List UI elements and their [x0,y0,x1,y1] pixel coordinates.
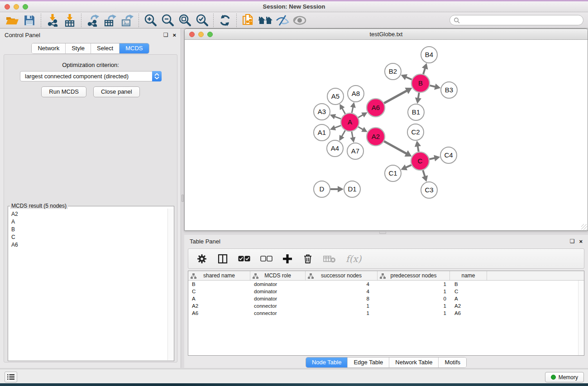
homes-icon[interactable] [257,13,274,28]
graph-edge-A-A7[interactable] [352,132,353,138]
refresh-icon[interactable] [216,13,234,28]
import-network-icon[interactable] [44,13,61,28]
table-row[interactable]: Cdominator41C [188,288,584,295]
eye-icon[interactable] [291,13,308,28]
task-history-button[interactable] [5,372,17,382]
graph-edge-arrowhead [350,102,356,108]
delete-column-trash-icon[interactable] [302,253,313,264]
column-header-successor-nodes[interactable]: successor nodes [306,271,378,280]
table-cell: dominator [250,295,306,302]
column-header-MCDS-role[interactable]: MCDS role [250,271,306,280]
network-canvas[interactable]: B4B2BB3A8A5A6A3B1AC2A1A2A4A7C4CC1DD1C3 [185,40,588,230]
graph-node-label-A6: A6 [372,104,380,111]
graph-node-label-D: D [320,185,325,193]
graph-edge-B-B1[interactable] [418,93,419,99]
table-cell: 8 [306,295,378,302]
mcds-result-item[interactable]: C [9,233,167,241]
graph-edge-A-A6[interactable] [358,114,363,118]
mcds-result-list[interactable]: A2ABCA6 [9,209,167,360]
close-panel-button[interactable]: Close panel [93,86,140,97]
graph-edge-A-A4[interactable] [341,130,345,137]
float-panel-icon[interactable]: ❏ [163,32,168,38]
mcds-result-item[interactable]: A6 [9,241,167,248]
close-table-panel-icon[interactable]: × [579,238,583,244]
column-header-predecessor-nodes[interactable]: predecessor nodes [378,271,450,280]
graph-edge-A-A5[interactable] [342,108,345,114]
tab-network[interactable]: Network [32,43,66,53]
graph-edge-arrowhead [415,141,421,147]
memory-label: Memory [559,374,578,381]
table-cell: A6 [450,310,487,317]
table-cell: A6 [188,310,250,317]
table-row[interactable]: A6connector11A6 [188,310,584,317]
graph-edge-C-C2[interactable] [418,146,419,152]
graph-edge-A-A1[interactable] [334,125,341,128]
tab-motifs[interactable]: Motifs [439,357,466,367]
mcds-result-item[interactable]: B [9,225,167,233]
graph-node-label-A2: A2 [372,133,380,140]
graph-edge-B-B2[interactable] [406,77,412,80]
close-panel-icon[interactable]: × [172,32,176,38]
graph-node-label-A4: A4 [331,144,339,152]
column-header-name[interactable]: name [450,271,487,280]
save-session-icon[interactable] [21,13,38,28]
float-table-panel-icon[interactable]: ❏ [570,238,575,244]
tab-network-table[interactable]: Network Table [389,357,439,367]
mcds-result-item[interactable]: A [9,218,167,225]
graph-edge-A6-B[interactable] [384,91,407,103]
select-all-columns-icon[interactable] [238,256,250,262]
vertical-splitter-grip[interactable] [182,195,184,202]
column-header-shared-name[interactable]: shared name [188,271,250,280]
graph-edge-B-B4[interactable] [423,68,425,74]
zoom-in-icon[interactable] [142,13,159,28]
network-document-icon[interactable] [239,13,257,28]
search-field[interactable] [449,15,583,25]
graph-edge-C-C1[interactable] [405,165,411,168]
graph-edge-C-C3[interactable] [423,170,425,177]
horizontal-splitter-grip[interactable] [379,231,386,234]
hide-eye-icon[interactable] [274,13,291,28]
mcds-result-scrollbar[interactable] [167,209,173,360]
tab-edge-table[interactable]: Edge Table [348,357,389,367]
zoom-selected-icon[interactable] [193,13,210,28]
export-table-icon[interactable] [101,13,119,28]
table-row[interactable]: Adominator80A [188,295,584,302]
unselect-all-columns-icon[interactable] [260,256,272,262]
optimization-criterion-select[interactable]: largest connected component (directed) [20,71,162,81]
graph-edge-arrowhead [350,137,355,143]
run-mcds-button[interactable]: Run MCDS [41,86,86,97]
optimization-criterion-value: largest connected component (directed) [20,73,152,80]
zoom-fit-icon[interactable] [176,13,193,28]
tab-select[interactable]: Select [91,43,120,53]
toolbar-separator [236,14,237,27]
graph-node-label-B: B [418,79,423,87]
create-column-plus-icon[interactable] [282,254,292,264]
export-network-icon[interactable] [84,13,101,28]
table-row[interactable]: Bdominator41B [188,281,584,288]
tab-mcds[interactable]: MCDS [120,43,148,53]
zoom-out-icon[interactable] [159,13,176,28]
graph-edge-A2-C[interactable] [384,141,407,154]
graph-edge-B-B3[interactable] [430,86,435,87]
table-panel: Table Panel ❏ × [184,235,588,368]
graph-edge-A-A2[interactable] [358,127,363,130]
node-table-scrollbar[interactable] [578,281,584,355]
show-column-panel-icon[interactable] [217,253,228,264]
open-file-icon[interactable] [4,13,21,28]
mcds-result-item[interactable]: A2 [9,210,167,218]
import-table-icon[interactable] [61,13,78,28]
table-cell: 0 [378,295,450,302]
search-input[interactable] [460,16,583,24]
export-image-icon[interactable] [119,13,136,28]
window-resize-grip[interactable] [581,224,587,230]
graph-edge-A-A8[interactable] [352,106,353,113]
table-settings-gear-icon[interactable] [196,253,207,264]
memory-button[interactable]: Memory [545,372,584,382]
graph-edge-A-A3[interactable] [334,116,341,119]
table-row[interactable]: A2connector11A2 [188,302,584,310]
mcds-result-box: MCDS result (5 nodes) A2ABCA6 [8,206,174,361]
graph-node-label-A7: A7 [351,147,359,155]
tab-node-table[interactable]: Node Table [306,357,348,367]
tab-style[interactable]: Style [66,43,91,53]
table-cell: dominator [250,288,306,295]
